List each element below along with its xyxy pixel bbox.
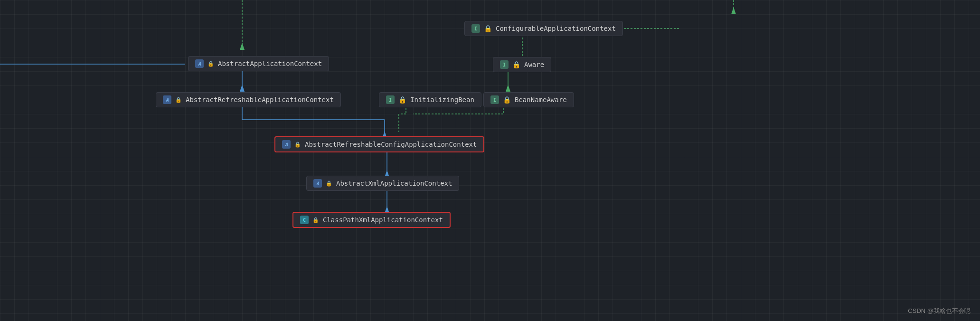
abstract-xml-application-context-node[interactable]: A 🔒 AbstractXmlApplicationContext (306, 176, 459, 191)
grid-background (0, 0, 980, 321)
node-label: AbstractRefreshableApplicationContext (186, 96, 334, 104)
abstract-refreshable-application-context-node[interactable]: A 🔒 AbstractRefreshableApplicationContex… (156, 92, 341, 107)
lock-icon: 🔒 (312, 217, 319, 223)
abstract-icon: A (195, 59, 204, 68)
svg-marker-1 (240, 43, 245, 50)
node-label: AbstractApplicationContext (218, 60, 322, 67)
lock-icon: 🔒 (503, 96, 511, 104)
abstract-icon: A (313, 179, 322, 188)
lock-icon: 🔒 (512, 61, 520, 68)
class-path-xml-application-context-node[interactable]: C 🔒 ClassPathXmlApplicationContext (292, 212, 451, 228)
watermark: CSDN @我啥也不会呢 (908, 307, 971, 315)
lock-icon: 🔒 (484, 25, 492, 32)
arrows-canvas (0, 0, 980, 321)
node-label: AbstractXmlApplicationContext (336, 179, 452, 187)
interface-icon: I (500, 60, 509, 69)
node-label: Aware (524, 61, 544, 68)
interface-icon: I (490, 95, 499, 104)
node-label: ClassPathXmlApplicationContext (323, 216, 443, 224)
abstract-icon: A (282, 140, 291, 149)
node-label: BeanNameAware (515, 96, 567, 104)
lock-icon: 🔒 (398, 96, 406, 104)
abstract-icon: A (163, 95, 171, 104)
node-label: ConfigurableApplicationContext (496, 25, 616, 32)
lock-icon: 🔒 (294, 142, 301, 148)
bean-name-aware-node[interactable]: I 🔒 BeanNameAware (483, 92, 574, 107)
interface-icon: I (471, 24, 480, 33)
node-label: AbstractRefreshableConfigApplicationCont… (305, 141, 477, 148)
aware-node[interactable]: I 🔒 Aware (493, 57, 551, 72)
initializing-bean-node[interactable]: I 🔒 InitializingBean (379, 92, 481, 107)
lock-icon: 🔒 (326, 180, 332, 187)
abstract-refreshable-config-application-context-node[interactable]: A 🔒 AbstractRefreshableConfigApplication… (274, 136, 484, 152)
lock-icon: 🔒 (175, 97, 182, 103)
abstract-application-context-node[interactable]: A 🔒 AbstractApplicationContext (188, 56, 329, 71)
class-icon: C (300, 216, 309, 224)
svg-marker-3 (731, 7, 736, 14)
configurable-application-context-node[interactable]: I 🔒 ConfigurableApplicationContext (464, 21, 623, 36)
node-label: InitializingBean (410, 96, 474, 104)
lock-icon: 🔒 (207, 61, 214, 67)
svg-marker-8 (506, 85, 510, 92)
svg-marker-10 (240, 85, 245, 92)
interface-icon: I (386, 95, 395, 104)
